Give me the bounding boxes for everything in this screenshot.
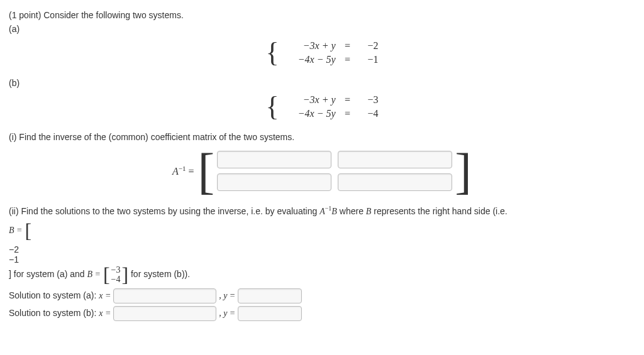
problem-intro: (1 point) Consider the following two sys…: [9, 10, 635, 20]
sys-a-eq2-eq: =: [338, 53, 357, 67]
intro-text: Consider the following two systems.: [43, 10, 184, 20]
sys-a-eq2-rhs: −1: [360, 53, 379, 67]
solution-b-x-input[interactable]: [113, 306, 216, 321]
solution-b-row: Solution to system (b): x = , y =: [9, 306, 635, 321]
right-bracket-icon: ]: [455, 146, 472, 196]
sys-a-eq1-rhs: −2: [360, 39, 379, 53]
part-ii-text-c: represents the right hand side (i.e.: [374, 206, 507, 216]
right-bracket-icon: ]: [121, 265, 128, 285]
B-matrix-a: [: [25, 221, 32, 241]
sys-b-eq1-eq: =: [338, 93, 357, 107]
sys-b-eq1-rhs: −3: [360, 93, 379, 107]
sys-b-eq2-lhs: −4x − 5y: [279, 107, 336, 121]
solution-b-y-input[interactable]: [238, 306, 302, 321]
sys-b-eq2-eq: =: [338, 107, 357, 121]
sys-a-eq1-lhs: −3x + y: [279, 39, 336, 53]
sys-a-eq1-eq: =: [338, 39, 357, 53]
label-b: (b): [9, 78, 635, 88]
sys-b-eq1-lhs: −3x + y: [279, 93, 336, 107]
sys-b-eq2-rhs: −4: [360, 107, 379, 121]
part-ii-text-b: where: [340, 206, 366, 216]
left-bracket-icon: [: [198, 146, 215, 196]
left-brace-icon: {: [265, 39, 279, 67]
part-ii-line2: B = [: [9, 221, 635, 241]
a-inv-entry-11[interactable]: [217, 151, 331, 168]
sys-a-eq2-lhs: −4x − 5y: [279, 53, 336, 67]
label-a: (a): [9, 24, 635, 34]
B-equals-a: B =: [9, 226, 23, 236]
Bb-top: −3: [110, 265, 122, 275]
inverse-matrix-entry: A−1 = [ ]: [9, 146, 635, 196]
B-symbol: B: [366, 207, 372, 216]
a-inverse-A: A: [172, 166, 179, 177]
solution-a-row: Solution to system (a): x = , y =: [9, 288, 635, 303]
Ba-top: −2: [9, 244, 635, 254]
a-inverse-eq: =: [186, 166, 194, 177]
solution-b-label: Solution to system (b):: [9, 307, 99, 317]
for-system-b-text: for system (b)).: [131, 268, 190, 278]
a-inverse-sup: −1: [179, 165, 186, 172]
x-equals-b: x =: [99, 308, 111, 317]
a-inv-entry-21[interactable]: [217, 173, 331, 191]
part-i-text: (i) Find the inverse of the (common) coe…: [9, 132, 635, 142]
y-equals-a: , y =: [219, 290, 235, 300]
B-equals-b: B =: [87, 269, 101, 278]
left-bracket-icon: [: [103, 265, 110, 285]
a-inv-b-expr: A−1B: [319, 207, 337, 216]
x-equals-a: x =: [99, 290, 111, 300]
points-label: (1 point): [9, 10, 41, 20]
right-bracket-icon: ]: [9, 268, 11, 278]
a-inv-entry-22[interactable]: [338, 173, 452, 191]
solution-a-x-input[interactable]: [113, 288, 216, 303]
y-equals-b: , y =: [219, 308, 235, 317]
a-inv-entry-12[interactable]: [338, 151, 452, 168]
a-inverse-label: A−1 =: [172, 165, 194, 177]
for-system-a-text: for system (a) and: [14, 268, 87, 278]
solution-a-label: Solution to system (a):: [9, 290, 99, 300]
system-b: { −3x + y = −3 −4x − 5y = −4: [9, 93, 635, 121]
B-matrix-b: [ −3−4 ]: [103, 265, 128, 285]
system-a: { −3x + y = −2 −4x − 5y = −1: [9, 39, 635, 67]
solution-a-y-input[interactable]: [238, 288, 302, 303]
part-ii-line1: (ii) Find the solutions to the two syste…: [9, 205, 635, 217]
left-brace-icon: {: [265, 93, 279, 121]
part-ii-text-a: (ii) Find the solutions to the two syste…: [9, 206, 319, 216]
Bb-bot: −4: [110, 275, 122, 284]
left-bracket-icon: [: [25, 221, 32, 241]
